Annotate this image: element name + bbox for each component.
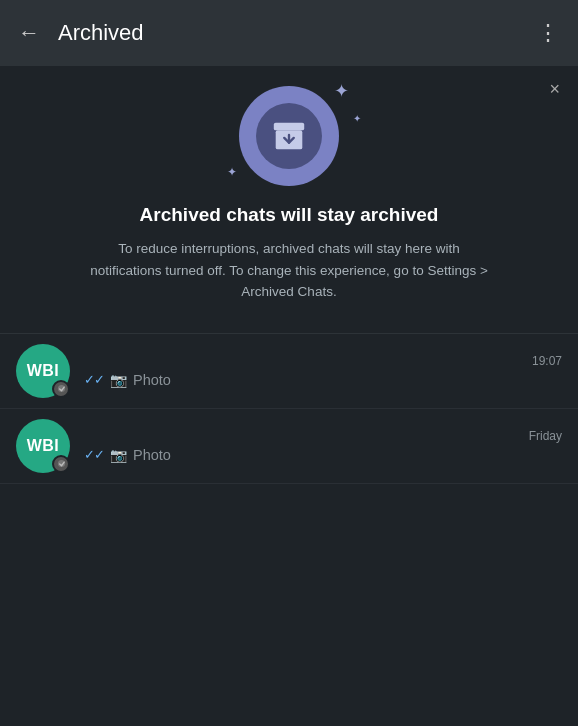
chat-time: Friday [529, 429, 562, 443]
sparkle-icon-top: ✦ [334, 82, 349, 100]
chat-meta: Friday [84, 429, 562, 443]
sparkle-icon-bottom: ✦ [227, 166, 237, 178]
chat-meta: 19:07 [84, 354, 562, 368]
page-title: Archived [58, 20, 519, 46]
media-type-icon: 📷 [110, 447, 127, 463]
chat-info: 19:07 ✓✓ 📷 Photo [84, 354, 562, 388]
chat-list: WBI 19:07 ✓✓ 📷 Photo WBI [0, 334, 578, 484]
banner-description: To reduce interruptions, archived chats … [89, 238, 489, 303]
chat-preview: ✓✓ 📷 Photo [84, 372, 562, 388]
more-options-button[interactable]: ⋮ [537, 20, 560, 46]
back-button[interactable]: ← [18, 20, 40, 46]
icon-inner-circle [256, 103, 322, 169]
mute-badge [52, 455, 70, 473]
banner-icon-wrapper: ✦ ✦ ✦ [239, 86, 339, 186]
preview-text: Photo [133, 372, 171, 388]
banner-title: Archived chats will stay archived [30, 204, 548, 226]
media-type-icon: 📷 [110, 372, 127, 388]
chat-preview: ✓✓ 📷 Photo [84, 447, 562, 463]
archived-banner: × ✦ ✦ ✦ Archived chats will stay archive… [0, 66, 578, 334]
chat-item[interactable]: WBI 19:07 ✓✓ 📷 Photo [0, 334, 578, 409]
mute-badge [52, 380, 70, 398]
chat-time: 19:07 [532, 354, 562, 368]
avatar-wrap: WBI [16, 344, 70, 398]
read-receipt-icon: ✓✓ [84, 447, 104, 462]
chat-item[interactable]: WBI Friday ✓✓ 📷 Photo [0, 409, 578, 484]
close-banner-button[interactable]: × [549, 80, 560, 98]
preview-text: Photo [133, 447, 171, 463]
avatar-wrap: WBI [16, 419, 70, 473]
read-receipt-icon: ✓✓ [84, 372, 104, 387]
chat-info: Friday ✓✓ 📷 Photo [84, 429, 562, 463]
sparkle-icon-right: ✦ [353, 114, 361, 124]
top-bar: ← Archived ⋮ [0, 0, 578, 66]
svg-rect-0 [274, 123, 304, 131]
archive-icon [270, 117, 308, 155]
icon-outer-circle [239, 86, 339, 186]
